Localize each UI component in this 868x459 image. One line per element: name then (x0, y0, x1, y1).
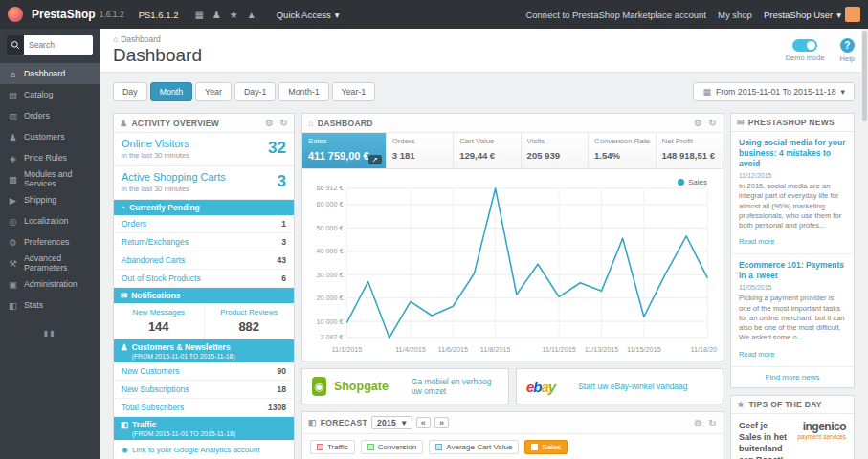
date-range-picker[interactable]: ▦ From 2015-11-01 To 2015-11-18 ▾ (693, 82, 855, 101)
customers-newsletters-header: ♟ Customers & Newsletters (FROM 2015-11-… (114, 339, 294, 362)
my-shop-link[interactable]: My shop (718, 10, 752, 20)
svg-text:40 000 €: 40 000 € (316, 247, 343, 255)
shop-name[interactable]: PS1.6.1.2 (139, 10, 179, 20)
stats-icon: ◧ (8, 300, 18, 311)
kpi-tab-sales[interactable]: Sales 411 759,00 € ↗ (302, 133, 387, 168)
news-article-title[interactable]: Using social media for your business: 4 … (739, 138, 846, 169)
sidebar-item-dashboard[interactable]: ⌂ Dashboard (0, 63, 100, 84)
news-article-date: 11/05/2015 (739, 284, 846, 291)
prestashop-logo-icon (8, 7, 23, 22)
upgrade-icon[interactable]: ▲ (247, 10, 256, 20)
forecast-next-button[interactable]: » (434, 417, 449, 428)
mail-icon: ✉ (121, 291, 127, 300)
svg-text:10 000 €: 10 000 € (316, 317, 343, 325)
gear-icon: ⚙ (8, 237, 18, 248)
sidebar-item-localization[interactable]: ◎ Localization (0, 210, 100, 231)
kpi-tab-orders[interactable]: Orders 3 181 (387, 133, 454, 168)
read-more-link[interactable]: Read more (739, 350, 775, 359)
product-reviews-cell[interactable]: Product Reviews 882 (204, 303, 295, 339)
google-analytics-link[interactable]: ◉ Link to your Google Analytics account (114, 440, 294, 459)
shopgate-link[interactable]: Ga mobiel en verhoog uw omzet (412, 377, 499, 396)
gear-icon[interactable]: ⚙ (265, 118, 274, 128)
forecast-avg-cart-toggle[interactable]: Average Cart Value (429, 440, 519, 454)
news-panel-title: PRESTASHOP NEWS (748, 118, 835, 127)
sidebar-item-catalog[interactable]: ▤ Catalog (0, 84, 100, 105)
refresh-icon[interactable]: ↻ (708, 418, 717, 428)
forecast-panel: ◧ FORECAST 2015 ▾ « » ⚙ ↻ (301, 411, 723, 459)
link-icon: ◉ (122, 446, 128, 454)
sidebar-item-stats[interactable]: ◧ Stats (0, 295, 100, 316)
sidebar-item-modules[interactable]: ▩ Modules and Services (0, 168, 100, 189)
kpi-tab-net-profit[interactable]: Net Profit 148 918,51 € (657, 133, 723, 168)
sidebar-item-shipping[interactable]: ▶ Shipping (0, 189, 100, 210)
svg-text:11/18/2015: 11/18/2015 (691, 345, 717, 354)
range-year-button[interactable]: Year (195, 82, 232, 101)
out-of-stock-row[interactable]: Out of Stock Products 6 (114, 270, 294, 288)
sidebar-item-customers[interactable]: ♟ Customers (0, 126, 100, 147)
new-customers-row[interactable]: New Customers 90 (114, 362, 294, 381)
home-icon: ⌂ (113, 34, 118, 44)
shopgate-logo-icon: ◉ (312, 377, 326, 396)
cart-icon[interactable]: ▦ (194, 10, 203, 20)
forecast-traffic-toggle[interactable]: Traffic (310, 440, 355, 454)
customers-icon: ♟ (8, 132, 18, 142)
expand-icon[interactable]: ↗ (368, 155, 382, 164)
new-subscriptions-row[interactable]: New Subscriptions 18 (114, 381, 294, 399)
total-subscribers-row[interactable]: Total Subscribers 1308 (114, 399, 294, 417)
price-tag-icon: ◈ (8, 153, 18, 164)
customers-icon[interactable]: ♟ (212, 10, 221, 20)
svg-text:11/13/2015: 11/13/2015 (585, 345, 619, 354)
forecast-year-select[interactable]: 2015 ▾ (371, 416, 412, 429)
range-year-1-button[interactable]: Year-1 (332, 82, 376, 101)
sidebar-item-advanced-parameters[interactable]: ⚒ Advanced Parameters (0, 252, 100, 273)
svg-text:3 082 €: 3 082 € (320, 333, 343, 341)
pending-orders-row[interactable]: Orders 1 (114, 215, 294, 233)
date-range-toolbar: Day Month Year Day-1 Month-1 Year-1 ▦ Fr… (113, 82, 855, 101)
user-menu[interactable]: PrestaShop User ▾ (764, 7, 860, 22)
sidebar-item-preferences[interactable]: ⚙ Preferences (0, 231, 100, 252)
quick-access-menu[interactable]: Quick Access ▾ (277, 10, 340, 20)
sidebar-item-price-rules[interactable]: ◈ Price Rules (0, 147, 100, 168)
vertical-scrollbar[interactable] (861, 29, 868, 459)
activity-panel-title: ACTIVITY OVERVIEW (131, 119, 219, 128)
legend-dot-icon (678, 179, 684, 186)
sidebar-collapse-icon[interactable]: ▮▮ (0, 329, 100, 338)
forecast-conversion-toggle[interactable]: Conversion (361, 440, 423, 454)
refresh-icon[interactable]: ↻ (708, 118, 717, 128)
pending-returns-row[interactable]: Return/Exchanges 3 (114, 233, 294, 251)
topbar: PrestaShop 1.6.1.2 PS1.6.1.2 ▦ ♟ ★ ▲ Qui… (0, 0, 868, 29)
gear-icon[interactable]: ⚙ (694, 418, 702, 428)
new-messages-cell[interactable]: New Messages 144 (114, 303, 204, 339)
refresh-icon[interactable]: ↻ (279, 118, 288, 128)
person-icon: ♟ (121, 342, 128, 352)
read-more-link[interactable]: Read more (739, 237, 775, 246)
help-icon[interactable]: ? (840, 38, 855, 53)
tip-heading: Geef je Sales in het buitenland een Boos… (739, 420, 791, 459)
kpi-tab-cart-value[interactable]: Cart Value 129,44 € (454, 133, 521, 168)
sidebar-item-orders[interactable]: ▥ Orders (0, 105, 100, 126)
find-more-news-link[interactable]: Find more news (731, 367, 854, 387)
scrollbar-thumb[interactable] (862, 31, 867, 121)
marketplace-link[interactable]: Connect to PrestaShop Marketplace accoun… (525, 10, 706, 20)
forecast-sales-toggle[interactable]: Sales (524, 440, 568, 454)
demo-mode-toggle[interactable] (792, 39, 817, 52)
range-month-1-button[interactable]: Month-1 (278, 82, 328, 101)
tip-icon: ★ (737, 400, 745, 409)
range-day-button[interactable]: Day (113, 82, 147, 101)
star-icon[interactable]: ★ (230, 10, 238, 20)
forecast-prev-button[interactable]: « (416, 417, 431, 428)
kpi-tab-conversion-rate[interactable]: Conversion Rate 1.54% (589, 133, 656, 168)
kpi-tab-visits[interactable]: Visits 205 939 (522, 133, 589, 168)
range-day-1-button[interactable]: Day-1 (234, 82, 276, 101)
news-article-title[interactable]: Ecommerce 101: Payments in a Tweet (739, 260, 846, 281)
avatar (845, 7, 860, 22)
calendar-icon: ▦ (702, 87, 711, 97)
ebay-link[interactable]: Start uw eBay-winkel vandaag (578, 382, 687, 391)
range-month-button[interactable]: Month (150, 82, 192, 101)
sidebar-item-administration[interactable]: ▣ Administration (0, 273, 100, 295)
abandoned-carts-row[interactable]: Abandoned Carts 43 (114, 251, 294, 270)
tools-icon: ⚒ (8, 258, 18, 269)
gear-icon[interactable]: ⚙ (694, 118, 702, 128)
search-input[interactable] (24, 35, 93, 55)
chart-legend[interactable]: Sales (678, 178, 707, 186)
